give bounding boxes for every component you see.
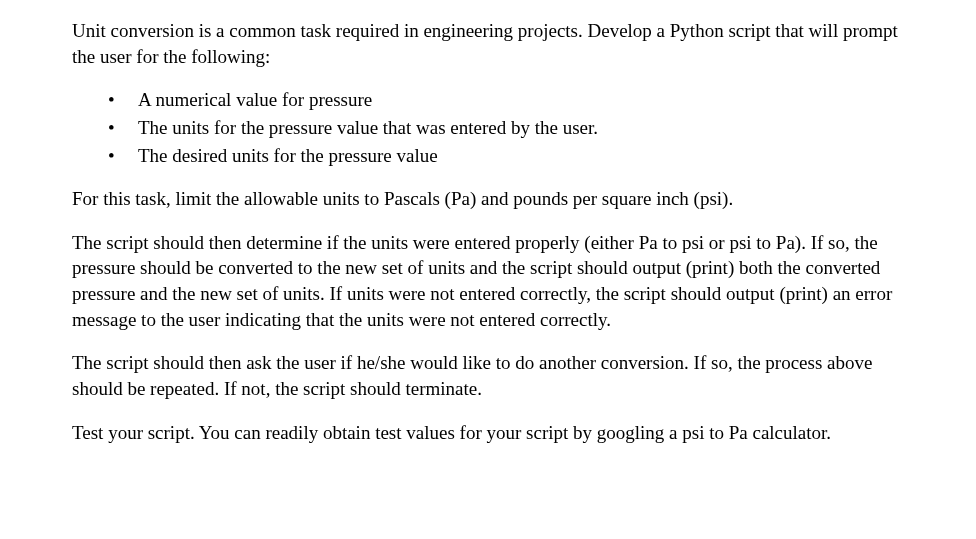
bullet-icon: •	[108, 143, 115, 169]
test-paragraph: Test your script. You can readily obtain…	[72, 420, 904, 446]
repeat-paragraph: The script should then ask the user if h…	[72, 350, 904, 401]
limit-units-paragraph: For this task, limit the allowable units…	[72, 186, 904, 212]
requirements-list: • A numerical value for pressure • The u…	[72, 87, 904, 168]
bullet-icon: •	[108, 115, 115, 141]
list-item: • The desired units for the pressure val…	[72, 143, 904, 169]
list-item-text: A numerical value for pressure	[138, 89, 372, 110]
list-item-text: The desired units for the pressure value	[138, 145, 438, 166]
bullet-icon: •	[108, 87, 115, 113]
list-item-text: The units for the pressure value that wa…	[138, 117, 598, 138]
list-item: • A numerical value for pressure	[72, 87, 904, 113]
intro-paragraph: Unit conversion is a common task require…	[72, 18, 904, 69]
determine-paragraph: The script should then determine if the …	[72, 230, 904, 333]
list-item: • The units for the pressure value that …	[72, 115, 904, 141]
